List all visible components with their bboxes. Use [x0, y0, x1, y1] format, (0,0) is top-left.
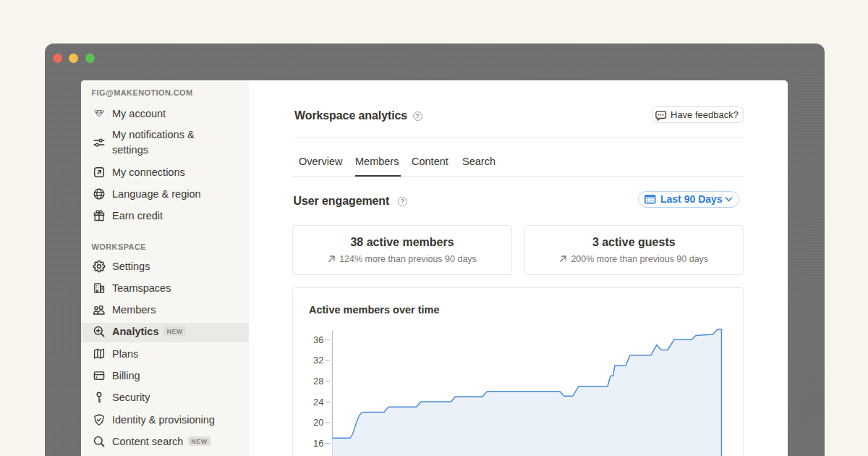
svg-text:32: 32 — [313, 355, 323, 366]
svg-text:24: 24 — [313, 397, 323, 408]
svg-text:36: 36 — [313, 334, 323, 345]
svg-text:16: 16 — [313, 438, 323, 449]
svg-text:28: 28 — [313, 376, 323, 387]
svg-text:20: 20 — [313, 417, 323, 428]
